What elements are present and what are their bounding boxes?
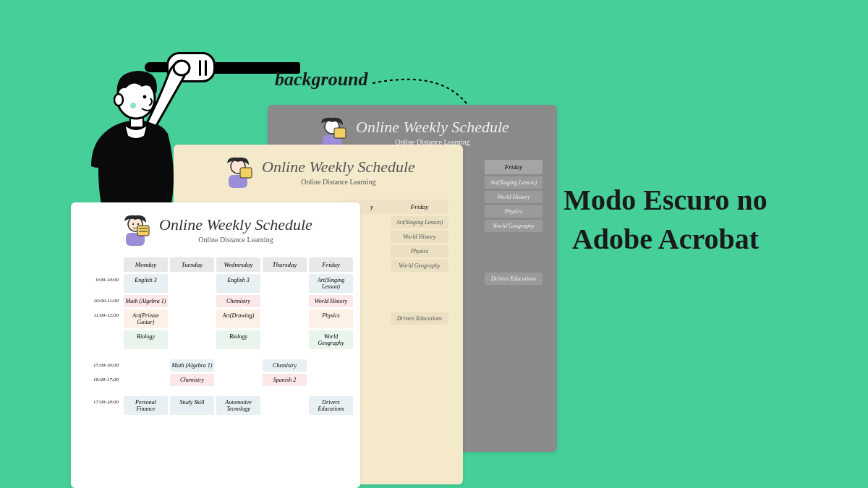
schedule-cell — [124, 359, 168, 372]
schedule-cell — [170, 274, 214, 293]
headline-text: Modo Escuro no Adobe Acrobat — [528, 181, 803, 259]
time-label: 11:00-12:00 — [78, 309, 122, 328]
time-label: 15:00-16:00 — [78, 359, 122, 372]
schedule-cell — [216, 359, 260, 372]
svg-point-13 — [132, 223, 134, 225]
schedule-cell — [263, 330, 307, 349]
card-title: Online Weekly Schedule — [262, 158, 415, 176]
schedule-cell — [170, 309, 214, 328]
schedule-cell: Drivers Educations — [391, 312, 448, 325]
schedule-cell: Math (Algebra 1) — [170, 359, 214, 372]
schedule-cell: Art(Singing Lesson) — [391, 216, 448, 228]
svg-rect-16 — [137, 226, 149, 236]
svg-point-4 — [143, 95, 147, 99]
avatar-icon — [315, 115, 349, 148]
schedule-cell: Physics — [391, 245, 448, 257]
schedule-cell: World History — [309, 295, 353, 307]
schedule-cell — [170, 295, 214, 307]
schedule-cell — [170, 330, 214, 349]
day-header: Friday — [391, 200, 448, 214]
svg-point-5 — [130, 103, 136, 108]
svg-point-0 — [174, 61, 190, 75]
schedule-cell — [309, 359, 353, 372]
day-header: Wednesday — [216, 257, 260, 272]
schedule-cell: Biology — [124, 330, 168, 349]
schedule-cell: Art(Private Guitar) — [124, 309, 168, 328]
schedule-cell: Chemistry — [263, 359, 307, 372]
schedule-cell: Art(Drawing) — [216, 309, 260, 328]
card-title: Online Weekly Schedule — [159, 215, 312, 234]
day-header: Thursday — [263, 257, 307, 272]
avatar-icon — [221, 155, 255, 188]
schedule-cell: Chemistry — [170, 374, 214, 386]
svg-point-14 — [137, 223, 139, 225]
day-header: Friday — [485, 160, 542, 174]
schedule-cell — [216, 374, 260, 386]
schedule-cell: Chemistry — [216, 295, 260, 307]
schedule-cell: World History — [391, 231, 448, 243]
schedule-cell — [263, 295, 307, 307]
schedule-cell: English 3 — [216, 274, 260, 293]
schedule-cell: Math (Algebra 1) — [124, 295, 168, 307]
svg-point-3 — [114, 94, 123, 106]
card-subtitle: Online Distance Learning — [262, 178, 415, 186]
day-header: Friday — [309, 257, 353, 272]
time-label: 9:00-10:00 — [78, 274, 122, 293]
schedule-cell: Personal Finance — [124, 396, 168, 415]
schedule-cell: English 3 — [124, 274, 168, 293]
time-label: 16:00-17:00 — [78, 374, 122, 386]
schedule-cell — [263, 309, 307, 328]
time-label: 10:00-11:00 — [78, 295, 122, 307]
schedule-cell: Physics — [309, 309, 353, 328]
card-title: Online Weekly Schedule — [356, 118, 509, 137]
schedule-cell: Study Skill — [170, 396, 214, 415]
time-label: 17:00-18:00 — [78, 396, 122, 415]
schedule-cell: Automotive Tecnology — [216, 396, 260, 415]
schedule-cell — [309, 374, 353, 386]
schedule-cell — [124, 374, 168, 386]
day-header: Tuesday — [170, 257, 214, 272]
schedule-cell: World Geography — [391, 260, 448, 272]
schedule-grid: Monday Tuesday Wednesday Thursday Friday… — [71, 253, 360, 419]
svg-rect-8 — [334, 128, 346, 138]
avatar-icon — [119, 213, 152, 246]
schedule-cell — [263, 396, 307, 415]
schedule-cell: Drivers Educations — [485, 273, 542, 285]
annotation-label: background — [275, 69, 368, 90]
schedule-cell — [263, 274, 307, 293]
svg-rect-11 — [240, 168, 252, 178]
schedule-cell: Drivers Educations — [309, 396, 353, 415]
card-subtitle: Online Distance Learning — [159, 236, 312, 244]
schedule-cell: Art(Singing Lesson) — [309, 274, 353, 293]
time-label — [78, 330, 122, 349]
schedule-card-white: Online Weekly Schedule Online Distance L… — [71, 202, 360, 488]
day-header: Monday — [124, 257, 168, 272]
schedule-cell: Spanish 2 — [263, 374, 307, 386]
schedule-cell: World Geography — [309, 330, 353, 349]
schedule-cell: Biology — [216, 330, 260, 349]
